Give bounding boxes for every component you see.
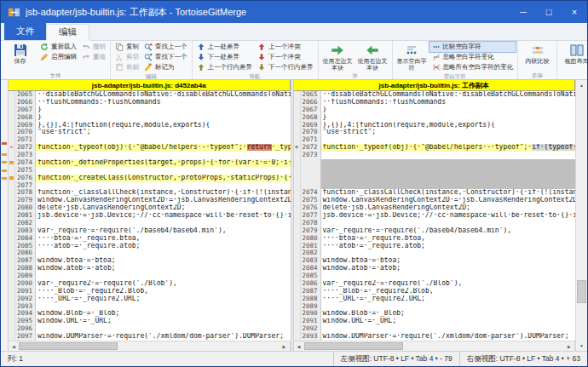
code-line[interactable]: window.btoa·=·btoa; (36, 257, 291, 265)
view-layout-button[interactable]: 视图布局 (559, 42, 587, 72)
ignore-ws-change-button[interactable]: 忽略空白字符变化 (429, 52, 516, 62)
h-scroll-thumb[interactable] (19, 342, 118, 350)
next-conflict-button[interactable]: 下一个冲突 (255, 52, 316, 62)
h-scroll-track[interactable] (304, 341, 565, 351)
code-line[interactable] (321, 167, 576, 175)
h-scroll-track[interactable] (19, 341, 280, 351)
show-whitespace-button[interactable]: 显示空白字符 (395, 42, 429, 72)
ignore-all-ws-button[interactable]: 忽略所有空白字符的变化 (429, 62, 516, 72)
code-line[interactable]: ····btoa·=·_require.btoa, (36, 235, 291, 243)
code-line[interactable] (36, 220, 291, 227)
code-line[interactable]: },{}],4:[function(require,module,exports… (36, 122, 291, 129)
tab-edit[interactable]: 编辑 (46, 24, 89, 41)
code-line[interactable] (36, 249, 291, 257)
code-line[interactable]: } (321, 106, 576, 114)
code-line[interactable]: var·_require·=·require('./base64/base64.… (36, 227, 291, 235)
code-line[interactable]: window.URL·=·_URL; (36, 318, 291, 325)
code-line[interactable] (321, 220, 576, 227)
code-line[interactable]: } (36, 114, 291, 122)
tab-file[interactable]: 文件 (4, 22, 46, 40)
code-line[interactable]: function·_typeof(obj)·{·"@babel/helpers·… (321, 144, 576, 152)
next-inline-diff-button[interactable]: 下一个行内差异 (255, 62, 316, 72)
code-line[interactable]: delete·jsb.CanvasRenderingContext2D; (321, 204, 576, 212)
code-line[interactable]: ··disableBatchGLCommandsToNative:·disabl… (36, 91, 291, 99)
code-line[interactable]: ····atob·=·_require.atob; (321, 243, 576, 250)
inline-compare-button[interactable]: 内联比较 (520, 42, 555, 72)
minimize-button[interactable]: ─ (510, 1, 536, 23)
code-line[interactable]: "use·strict"; (36, 129, 291, 136)
code-line[interactable]: window.btoa·=·btoa; (321, 257, 576, 265)
locator-bar[interactable] (1, 80, 9, 351)
code-line[interactable]: function·_classCallCheck(instance,·Const… (36, 189, 291, 197)
code-line[interactable] (321, 272, 576, 280)
left-hscrollbar[interactable]: ◀ ▶ (9, 341, 291, 351)
code-line[interactable] (36, 167, 291, 175)
code-line[interactable]: ····_Blob·=·_require2.Blob, (36, 288, 291, 295)
enable-edit-button[interactable]: 启用编辑 (37, 52, 79, 62)
code-line[interactable] (321, 159, 576, 167)
code-line[interactable]: delete·jsb.CanvasRenderingContext2D; (36, 204, 291, 212)
h-scroll-thumb[interactable] (304, 342, 403, 350)
code-line[interactable] (36, 272, 291, 280)
code-line[interactable] (321, 175, 576, 182)
code-line[interactable]: function·_typeof(obj)·{·"@babel/helpers·… (36, 144, 291, 152)
code-line[interactable]: } (36, 106, 291, 114)
code-line[interactable]: ····_URL·=·_require2.URL; (36, 295, 291, 303)
prev-inline-diff-button[interactable]: 上一个行内差异 (194, 62, 256, 72)
use-right-block-button[interactable]: 使用右边文本块 (355, 42, 390, 72)
code-line[interactable]: ··flushCommands:·flushCommands (321, 99, 576, 106)
code-line[interactable]: jsb.device·=·jsb.Device;·//·cc·namespace… (321, 212, 576, 220)
code-line[interactable]: window.DOMParser·=·require('./xmldom/dom… (321, 333, 576, 341)
scroll-up-icon[interactable]: ▲ (576, 80, 587, 90)
code-line[interactable] (321, 152, 576, 159)
code-line[interactable] (321, 136, 576, 144)
code-line[interactable]: ····_URL·=·_require2.URL; (321, 295, 576, 303)
code-line[interactable] (321, 249, 576, 257)
code-line[interactable]: },{}],4:[function(require,module,exports… (321, 122, 576, 129)
titlebar[interactable]: jsb-adapter/jsb-builtin.js: 工作副本 - Torto… (1, 1, 587, 23)
code-line[interactable] (321, 182, 576, 190)
save-button[interactable]: 保存 (3, 42, 37, 72)
copy-button[interactable]: 复制 (112, 42, 141, 52)
paste-button[interactable]: 粘贴 (112, 62, 141, 72)
code-line[interactable] (36, 152, 291, 159)
find-prev-button[interactable]: 查找上一个 (141, 42, 190, 52)
code-line[interactable]: window.atob·=·atob; (321, 265, 576, 272)
undo-button[interactable]: 撤销 (79, 42, 108, 52)
redo-button[interactable]: 重做 (79, 52, 108, 62)
v-scroll-track[interactable] (576, 90, 587, 341)
code-line[interactable]: ··flushCommands:·flushCommands (36, 99, 291, 106)
next-diff-button[interactable]: 下一处差异 (194, 52, 256, 62)
code-line[interactable] (36, 325, 291, 333)
code-line[interactable]: ····_Blob·=·_require2.Blob, (321, 288, 576, 295)
code-line[interactable] (36, 303, 291, 311)
scroll-right-icon[interactable]: ▶ (280, 341, 290, 351)
code-line[interactable]: function·_createClass(Constructor,·proto… (36, 175, 291, 182)
prev-conflict-button[interactable]: 上一个冲突 (255, 42, 316, 52)
scroll-left-icon[interactable]: ◀ (294, 341, 304, 351)
code-line[interactable]: "use·strict"; (321, 129, 576, 136)
code-line[interactable]: window.atob·=·atob; (36, 265, 291, 272)
code-line[interactable] (36, 136, 291, 144)
mark-button[interactable]: 标记为 (141, 62, 190, 72)
code-line[interactable]: window.DOMParser·=·require('./xmldom/dom… (36, 333, 291, 341)
scroll-right-icon[interactable]: ▶ (564, 341, 574, 351)
code-line[interactable]: window.CanvasRenderingContext2D·=·jsb.Ca… (36, 197, 291, 204)
reload-button[interactable]: 重新载入 (37, 42, 79, 52)
code-line[interactable]: } (321, 114, 576, 122)
code-line[interactable]: var·_require2·=·require('./Blob'), (36, 280, 291, 288)
code-line[interactable]: function·_defineProperties(target,·props… (36, 159, 291, 167)
code-line[interactable]: ····atob·=·_require.atob; (36, 243, 291, 250)
v-scrollbar[interactable]: ▲ ▼ (575, 80, 587, 351)
prev-diff-button[interactable]: 上一处差异 (194, 42, 256, 52)
code-line[interactable]: function·_classCallCheck(instance,·Const… (321, 189, 576, 197)
cut-button[interactable]: 剪切 (112, 52, 141, 62)
scroll-down-icon[interactable]: ▼ (576, 341, 587, 351)
scroll-left-icon[interactable]: ◀ (9, 341, 19, 351)
code-line[interactable]: window.CanvasRenderingContext2D·=·jsb.Ca… (321, 197, 576, 204)
code-line[interactable] (36, 182, 291, 190)
code-line[interactable] (321, 325, 576, 333)
close-button[interactable]: × (562, 1, 587, 23)
code-line[interactable]: var·_require2·=·require('./Blob'), (321, 280, 576, 288)
use-left-block-button[interactable]: 使用左边文本块 (320, 42, 355, 72)
